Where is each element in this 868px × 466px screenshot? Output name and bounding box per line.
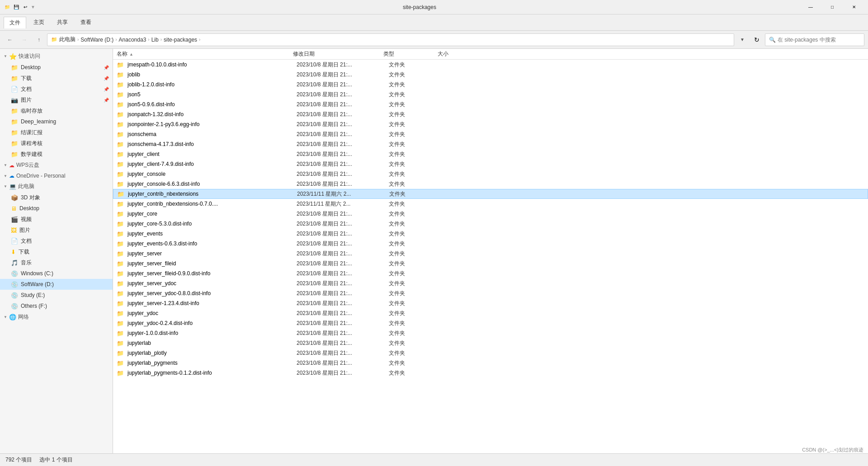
table-row[interactable]: 📁 jupyter_server_ydoc-0.8.0.dist-info 20…	[113, 288, 868, 298]
sidebar-item-software-d[interactable]: 💿 SoftWare (D:)	[0, 279, 113, 290]
table-row[interactable]: 📁 jupyter_server_fileid-0.9.0.dist-info …	[113, 268, 868, 278]
path-segment-pc[interactable]: 此电脑	[59, 36, 75, 43]
folder-icon: 📁	[117, 101, 124, 108]
table-row[interactable]: 📁 jsonpointer-2.1-py3.6.egg-info 2023/10…	[113, 119, 868, 129]
table-row[interactable]: 📁 jupyter_client-7.4.9.dist-info 2023/10…	[113, 159, 868, 169]
folder-icon: 📁	[117, 131, 124, 138]
forward-button[interactable]: →	[18, 33, 31, 46]
path-segment-software[interactable]: SoftWare (D:)	[80, 37, 113, 43]
table-row[interactable]: 📁 jupyter_console 2023/10/8 星期日 21:... 文…	[113, 169, 868, 179]
table-row[interactable]: 📁 jupyterlab_pygments 2023/10/8 星期日 21:.…	[113, 358, 868, 368]
col-header-type[interactable]: 类型	[383, 50, 438, 58]
sidebar-item-desktop[interactable]: 🖥 Desktop	[0, 203, 113, 214]
table-row[interactable]: 📁 json5 2023/10/8 星期日 21:... 文件夹	[113, 89, 868, 99]
sidebar-item-math-model[interactable]: 📁 数学建模	[0, 149, 113, 160]
sidebar-item-deep-learning[interactable]: 📁 Deep_learning	[0, 116, 113, 127]
table-row[interactable]: 📁 jupyter_contrib_nbextensions 2023/11/1…	[113, 189, 868, 199]
table-row[interactable]: 📁 jupyterlab_pygments-0.1.2.dist-info 20…	[113, 368, 868, 378]
ribbon-tab-view[interactable]: 查看	[75, 17, 97, 28]
folder-icon: 📁	[117, 111, 124, 118]
table-row[interactable]: 📁 jupyter_core-5.3.0.dist-info 2023/10/8…	[113, 219, 868, 229]
table-row[interactable]: 📁 json5-0.9.6.dist-info 2023/10/8 星期日 21…	[113, 99, 868, 109]
window-title: site-packages	[39, 4, 800, 10]
table-row[interactable]: 📁 jsonpatch-1.32.dist-info 2023/10/8 星期日…	[113, 109, 868, 119]
file-date: 2023/10/8 星期日 21:...	[297, 329, 387, 337]
quick-access-header[interactable]: ▼ ⭐ 快速访问	[0, 51, 113, 62]
save-icon[interactable]: 💾	[13, 4, 20, 11]
maximize-button[interactable]: □	[822, 0, 843, 14]
sidebar-item-music[interactable]: 🎵 音乐	[0, 257, 113, 268]
sidebar-item-docs-quick[interactable]: 📄 文档 📌	[0, 84, 113, 94]
refresh-button[interactable]: ↻	[750, 33, 763, 46]
search-input[interactable]	[778, 37, 860, 43]
wps-header[interactable]: ▼ ☁ WPS云盘	[0, 160, 113, 171]
sidebar-item-pics-quick[interactable]: 📷 图片 📌	[0, 94, 113, 105]
col-header-date[interactable]: 修改日期	[293, 50, 383, 58]
ribbon: 文件 主页 共享 查看	[0, 14, 868, 31]
table-row[interactable]: 📁 jupyter_events-0.6.3.dist-info 2023/10…	[113, 239, 868, 249]
file-date: 2023/10/8 星期日 21:...	[297, 180, 387, 188]
folder-icon: 📁	[117, 61, 124, 68]
address-path[interactable]: 📁 此电脑 › SoftWare (D:) › Anaconda3 › Lib …	[47, 33, 734, 46]
undo-icon[interactable]: ↩	[22, 4, 29, 11]
sidebar-item-course-report[interactable]: 📁 结课汇报	[0, 127, 113, 138]
sidebar-label: 文档	[21, 85, 32, 93]
sidebar-item-video[interactable]: 🎬 视频	[0, 214, 113, 225]
file-type: 文件夹	[389, 61, 443, 69]
sidebar-item-pics[interactable]: 🖼 图片	[0, 225, 113, 235]
close-button[interactable]: ✕	[844, 0, 864, 14]
folder-icon: 📁	[11, 118, 18, 125]
sidebar-item-docs[interactable]: 📄 文档	[0, 235, 113, 246]
table-row[interactable]: 📁 jmespath-0.10.0.dist-info 2023/10/8 星期…	[113, 60, 868, 70]
network-header[interactable]: ▼ 🌐 网络	[0, 311, 113, 323]
file-date: 2023/11/11 星期六 2...	[297, 190, 387, 198]
minimize-button[interactable]: —	[800, 0, 821, 14]
file-date: 2023/10/8 星期日 21:...	[297, 250, 387, 258]
quick-access-icon: ⭐	[9, 53, 17, 60]
table-row[interactable]: 📁 jupyter_contrib_nbextensions-0.7.0....…	[113, 199, 868, 209]
file-date: 2023/10/8 星期日 21:...	[297, 369, 387, 377]
table-row[interactable]: 📁 jupyter_client 2023/10/8 星期日 21:... 文件…	[113, 149, 868, 159]
sidebar-item-3d[interactable]: 📦 3D 对象	[0, 192, 113, 203]
table-row[interactable]: 📁 jupyterlab_plotly 2023/10/8 星期日 21:...…	[113, 348, 868, 358]
path-segment-lib[interactable]: Lib	[151, 37, 159, 43]
sidebar-item-course-exam[interactable]: 📁 课程考核	[0, 138, 113, 149]
col-header-name[interactable]: 名称 ▲	[117, 50, 293, 58]
table-row[interactable]: 📁 jupyter_server_fileid 2023/10/8 星期日 21…	[113, 259, 868, 268]
file-name: json5	[127, 91, 295, 98]
table-row[interactable]: 📁 joblib 2023/10/8 星期日 21:... 文件夹	[113, 70, 868, 80]
table-row[interactable]: 📁 jupyter_core 2023/10/8 星期日 21:... 文件夹	[113, 209, 868, 219]
sidebar-item-temp[interactable]: 📁 临时存放	[0, 105, 113, 116]
back-button[interactable]: ←	[4, 33, 16, 46]
table-row[interactable]: 📁 jupyter_server_ydoc 2023/10/8 星期日 21:.…	[113, 278, 868, 288]
table-row[interactable]: 📁 jsonschema 2023/10/8 星期日 21:... 文件夹	[113, 129, 868, 139]
up-button[interactable]: ↑	[33, 33, 45, 46]
sidebar-item-download[interactable]: ⬇ 下载	[0, 246, 113, 257]
table-row[interactable]: 📁 joblib-1.2.0.dist-info 2023/10/8 星期日 2…	[113, 80, 868, 89]
table-row[interactable]: 📁 jupyter_server 2023/10/8 星期日 21:... 文件…	[113, 249, 868, 259]
table-row[interactable]: 📁 jupyter-1.0.0.dist-info 2023/10/8 星期日 …	[113, 328, 868, 338]
ribbon-tab-home[interactable]: 主页	[28, 17, 50, 28]
table-row[interactable]: 📁 jsonschema-4.17.3.dist-info 2023/10/8 …	[113, 139, 868, 149]
table-row[interactable]: 📁 jupyter_ydoc 2023/10/8 星期日 21:... 文件夹	[113, 308, 868, 318]
col-header-size[interactable]: 大小	[438, 50, 483, 58]
table-row[interactable]: 📁 jupyter_server-1.23.4.dist-info 2023/1…	[113, 298, 868, 308]
ribbon-tab-file[interactable]: 文件	[4, 17, 26, 28]
onedrive-header[interactable]: ▼ ☁ OneDrive - Personal	[0, 171, 113, 181]
sidebar-item-study-e[interactable]: 💿 Study (E:)	[0, 290, 113, 301]
path-segment-anaconda[interactable]: Anaconda3	[119, 37, 146, 43]
sidebar-item-windows-c[interactable]: 💿 Windows (C:)	[0, 268, 113, 279]
table-row[interactable]: 📁 jupyterlab 2023/10/8 星期日 21:... 文件夹	[113, 338, 868, 348]
sidebar-item-download-quick[interactable]: 📁 下载 📌	[0, 73, 113, 84]
ribbon-tab-share[interactable]: 共享	[52, 17, 73, 28]
table-row[interactable]: 📁 jupyter_console-6.6.3.dist-info 2023/1…	[113, 179, 868, 189]
pc-header[interactable]: ▼ 💻 此电脑	[0, 181, 113, 192]
search-box[interactable]: 🔍	[765, 33, 864, 46]
onedrive-label: OneDrive - Personal	[16, 173, 66, 179]
table-row[interactable]: 📁 jupyter_events 2023/10/8 星期日 21:... 文件…	[113, 229, 868, 239]
sidebar-item-others-f[interactable]: 💿 Others (F:)	[0, 301, 113, 311]
path-dropdown-button[interactable]: ▼	[736, 33, 749, 46]
table-row[interactable]: 📁 jupyter_ydoc-0.2.4.dist-info 2023/10/8…	[113, 318, 868, 328]
path-segment-sitepackages[interactable]: site-packages	[164, 37, 197, 43]
sidebar-item-desktop-quick[interactable]: 📁 Desktop 📌	[0, 62, 113, 73]
